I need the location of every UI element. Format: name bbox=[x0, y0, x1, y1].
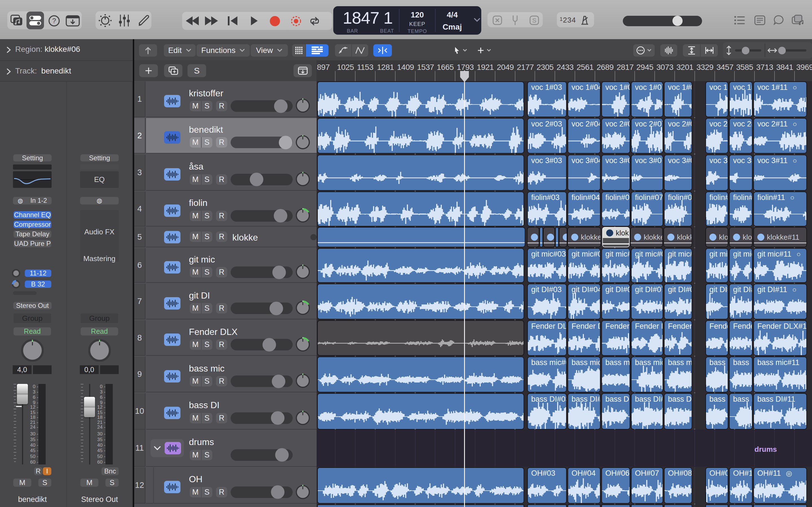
svg-text:S: S bbox=[532, 17, 537, 24]
